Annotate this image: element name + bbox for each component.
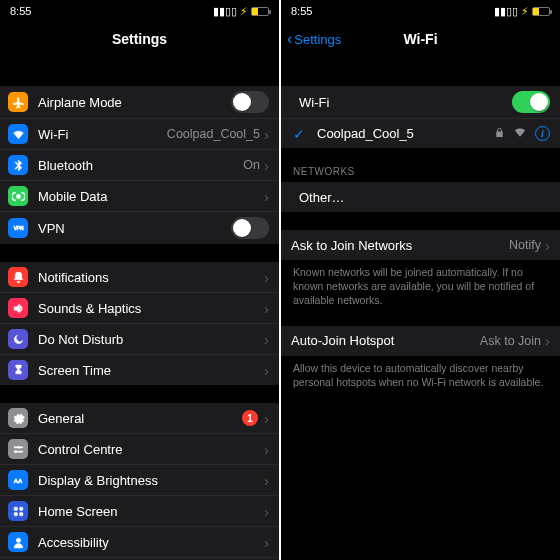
- nav-title: Settings: [112, 31, 167, 47]
- row-display[interactable]: AADisplay & Brightness›: [0, 464, 279, 495]
- row-mobiledata[interactable]: Mobile Data›: [0, 180, 279, 211]
- row-label: Notifications: [38, 270, 264, 285]
- auto-join-hotspot-row[interactable]: Auto-Join Hotspot Ask to Join ›: [281, 326, 560, 356]
- hourglass-icon: [8, 360, 28, 380]
- row-label: Control Centre: [38, 442, 264, 457]
- auto-join-hotspot-label: Auto-Join Hotspot: [289, 333, 480, 348]
- svg-point-1: [17, 446, 19, 448]
- status-icons: ▮▮▯▯ ⚡︎: [213, 5, 269, 18]
- row-label: Home Screen: [38, 504, 264, 519]
- row-bluetooth[interactable]: BluetoothOn›: [0, 149, 279, 180]
- back-button[interactable]: ‹ Settings: [287, 22, 341, 56]
- wifi-list: Wi-Fi ✓ Coolpad_Cool_5 i NETWORKS: [281, 56, 560, 560]
- lightning-icon: ⚡︎: [521, 5, 529, 18]
- chevron-left-icon: ‹: [287, 31, 292, 47]
- clock: 8:55: [10, 5, 31, 17]
- lock-icon: [494, 126, 505, 141]
- wifi-toggle[interactable]: [512, 91, 550, 113]
- signal-icon: ▮▮▯▯: [494, 5, 518, 18]
- other-label: Other…: [289, 190, 550, 205]
- chevron-right-icon: ›: [264, 535, 269, 550]
- row-label: Airplane Mode: [38, 95, 231, 110]
- row-label: Accessibility: [38, 535, 264, 550]
- status-bar: 8:55 ▮▮▯▯ ⚡︎: [0, 0, 279, 22]
- grid-icon: [8, 501, 28, 521]
- wifi-settings-screen: 8:55 ▮▮▯▯ ⚡︎ ‹ Settings Wi-Fi Wi-Fi ✓ Co…: [281, 0, 560, 560]
- row-vpn[interactable]: VPNVPN: [0, 211, 279, 244]
- row-general[interactable]: General1›: [0, 403, 279, 433]
- speaker-icon: [8, 298, 28, 318]
- networks-section-header: NETWORKS: [281, 148, 560, 182]
- wifi-master-toggle-row[interactable]: Wi-Fi: [281, 86, 560, 118]
- status-icons: ▮▮▯▯ ⚡︎: [494, 5, 550, 18]
- svg-text:AA: AA: [13, 477, 22, 483]
- chevron-right-icon: ›: [264, 504, 269, 519]
- wifi-strength-icon: [513, 125, 527, 142]
- moon-icon: [8, 329, 28, 349]
- row-label: Display & Brightness: [38, 473, 264, 488]
- ask-to-join-value: Notify: [509, 238, 541, 252]
- clock: 8:55: [291, 5, 312, 17]
- chevron-right-icon: ›: [264, 363, 269, 378]
- row-sounds[interactable]: Sounds & Haptics›: [0, 292, 279, 323]
- ask-to-join-footer: Known networks will be joined automatica…: [281, 260, 560, 308]
- airplane-toggle[interactable]: [231, 91, 269, 113]
- vpn-icon: VPN: [8, 218, 28, 238]
- nav-header: ‹ Settings Wi-Fi: [281, 22, 560, 56]
- bell-icon: [8, 267, 28, 287]
- row-accessibility[interactable]: Accessibility›: [0, 526, 279, 557]
- vpn-toggle[interactable]: [231, 217, 269, 239]
- row-label: Wi-Fi: [38, 127, 167, 142]
- badge: 1: [242, 410, 258, 426]
- row-home[interactable]: Home Screen›: [0, 495, 279, 526]
- svg-point-2: [14, 450, 16, 452]
- lightning-icon: ⚡︎: [240, 5, 248, 18]
- airplane-icon: [8, 92, 28, 112]
- row-wifi[interactable]: Wi-FiCoolpad_Cool_5›: [0, 118, 279, 149]
- chevron-right-icon: ›: [545, 238, 550, 253]
- chevron-right-icon: ›: [264, 127, 269, 142]
- checkmark-icon: ✓: [289, 126, 309, 142]
- textAA-icon: AA: [8, 470, 28, 490]
- svg-point-8: [16, 538, 20, 542]
- row-dnd[interactable]: Do Not Disturb›: [0, 323, 279, 354]
- battery-icon: [532, 7, 550, 16]
- row-label: General: [38, 411, 242, 426]
- settings-list: Airplane ModeWi-FiCoolpad_Cool_5›Bluetoo…: [0, 56, 279, 560]
- ask-to-join-row[interactable]: Ask to Join Networks Notify ›: [281, 230, 560, 260]
- chevron-right-icon: ›: [264, 270, 269, 285]
- nav-header: Settings: [0, 22, 279, 56]
- row-controlcentre[interactable]: Control Centre›: [0, 433, 279, 464]
- svg-rect-6: [14, 512, 17, 515]
- row-label: Bluetooth: [38, 158, 243, 173]
- person-icon: [8, 532, 28, 552]
- svg-rect-7: [19, 512, 22, 515]
- chevron-right-icon: ›: [264, 411, 269, 426]
- chevron-right-icon: ›: [264, 442, 269, 457]
- row-detail: On: [243, 158, 260, 172]
- chevron-right-icon: ›: [264, 189, 269, 204]
- row-notifications[interactable]: Notifications›: [0, 262, 279, 292]
- sliders-icon: [8, 439, 28, 459]
- row-screentime[interactable]: Screen Time›: [0, 354, 279, 385]
- info-icon[interactable]: i: [535, 126, 550, 141]
- wifi-label: Wi-Fi: [289, 95, 512, 110]
- row-label: Sounds & Haptics: [38, 301, 264, 316]
- settings-root-screen: 8:55 ▮▮▯▯ ⚡︎ Settings Airplane ModeWi-Fi…: [0, 0, 279, 560]
- battery-icon: [251, 7, 269, 16]
- nav-title: Wi-Fi: [403, 31, 437, 47]
- other-network-row[interactable]: Other…: [281, 182, 560, 212]
- connected-network-row[interactable]: ✓ Coolpad_Cool_5 i: [281, 118, 560, 148]
- chevron-right-icon: ›: [264, 332, 269, 347]
- auto-join-hotspot-value: Ask to Join: [480, 334, 541, 348]
- row-label: Mobile Data: [38, 189, 264, 204]
- chevron-right-icon: ›: [264, 301, 269, 316]
- row-label: Do Not Disturb: [38, 332, 264, 347]
- status-bar: 8:55 ▮▮▯▯ ⚡︎: [281, 0, 560, 22]
- row-detail: Coolpad_Cool_5: [167, 127, 260, 141]
- ask-to-join-label: Ask to Join Networks: [289, 238, 509, 253]
- svg-rect-5: [19, 507, 22, 510]
- svg-rect-4: [14, 507, 17, 510]
- gear-icon: [8, 408, 28, 428]
- row-airplane[interactable]: Airplane Mode: [0, 86, 279, 118]
